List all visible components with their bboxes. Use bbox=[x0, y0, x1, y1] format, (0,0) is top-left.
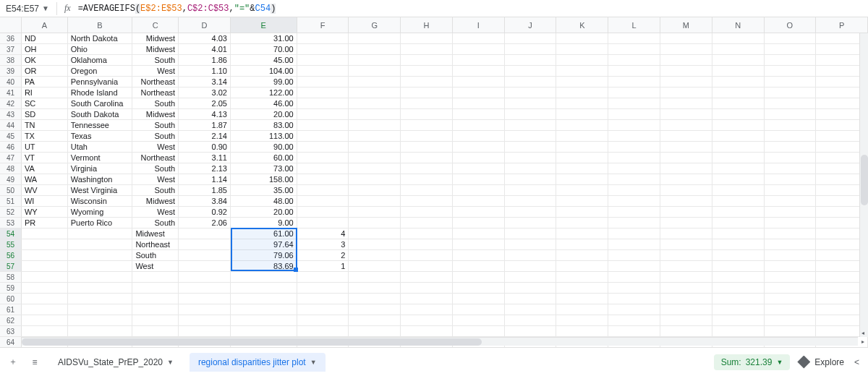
row-header-55[interactable]: 55 bbox=[0, 239, 22, 249]
cell-H55[interactable] bbox=[401, 239, 453, 249]
cell-D53[interactable]: 2.06 bbox=[179, 218, 231, 228]
row-header-37[interactable]: 37 bbox=[0, 44, 22, 54]
cell-K49[interactable] bbox=[556, 174, 608, 184]
cell-L59[interactable] bbox=[608, 283, 660, 293]
cell-C48[interactable]: South bbox=[132, 163, 179, 174]
cell-I46[interactable] bbox=[453, 142, 505, 152]
cell-D37[interactable]: 4.01 bbox=[179, 44, 231, 54]
cell-N40[interactable] bbox=[712, 77, 765, 87]
cell-C43[interactable]: Midwest bbox=[132, 109, 179, 119]
cell-K48[interactable] bbox=[556, 163, 608, 174]
row-header-59[interactable]: 59 bbox=[0, 283, 22, 293]
row-header-54[interactable]: 54 bbox=[0, 228, 22, 239]
cell-E55[interactable]: 97.64 bbox=[231, 239, 297, 249]
row-header-64[interactable]: 64 bbox=[0, 337, 22, 347]
cell-E57[interactable]: 83.69 bbox=[231, 261, 297, 271]
cell-L49[interactable] bbox=[608, 174, 660, 184]
cell-O42[interactable] bbox=[765, 98, 817, 108]
cell-B63[interactable] bbox=[68, 326, 133, 336]
cell-C37[interactable]: Midwest bbox=[132, 44, 179, 54]
cell-H61[interactable] bbox=[401, 304, 453, 315]
cell-H58[interactable] bbox=[401, 272, 453, 282]
cell-J56[interactable] bbox=[505, 250, 557, 260]
cell-C41[interactable]: Northeast bbox=[132, 87, 179, 98]
cell-I41[interactable] bbox=[453, 87, 505, 98]
cell-I51[interactable] bbox=[453, 196, 505, 206]
cell-K63[interactable] bbox=[556, 326, 608, 336]
cell-I60[interactable] bbox=[453, 294, 505, 304]
cell-C57[interactable]: West bbox=[132, 261, 179, 271]
cell-F37[interactable] bbox=[297, 44, 349, 54]
cell-D44[interactable]: 1.87 bbox=[179, 120, 231, 130]
cell-B39[interactable]: Oregon bbox=[68, 66, 133, 76]
cell-E47[interactable]: 60.00 bbox=[231, 153, 297, 163]
cell-N59[interactable] bbox=[712, 283, 765, 293]
cell-B40[interactable]: Pennsylvania bbox=[68, 77, 133, 87]
cell-F62[interactable] bbox=[297, 315, 349, 325]
cell-J53[interactable] bbox=[505, 218, 557, 228]
row-header-58[interactable]: 58 bbox=[0, 272, 22, 282]
col-header-E[interactable]: E bbox=[231, 17, 297, 33]
cell-D39[interactable]: 1.10 bbox=[179, 66, 231, 76]
cell-J62[interactable] bbox=[505, 315, 557, 325]
cell-I40[interactable] bbox=[453, 77, 505, 87]
cell-G58[interactable] bbox=[349, 272, 401, 282]
cell-M61[interactable] bbox=[660, 304, 712, 315]
cell-I61[interactable] bbox=[453, 304, 505, 315]
cell-I47[interactable] bbox=[453, 153, 505, 163]
cell-M62[interactable] bbox=[660, 315, 712, 325]
cell-C44[interactable]: South bbox=[132, 120, 179, 130]
cell-A63[interactable] bbox=[22, 326, 68, 336]
cell-F51[interactable] bbox=[297, 196, 349, 206]
cell-C36[interactable]: Midwest bbox=[132, 33, 179, 43]
cell-D62[interactable] bbox=[179, 315, 231, 325]
cell-A45[interactable]: TX bbox=[22, 131, 68, 141]
cell-J49[interactable] bbox=[505, 174, 557, 184]
cell-N56[interactable] bbox=[712, 250, 765, 260]
cell-G54[interactable] bbox=[349, 228, 401, 239]
cell-K36[interactable] bbox=[556, 33, 608, 43]
cell-M36[interactable] bbox=[660, 33, 712, 43]
cell-O44[interactable] bbox=[765, 120, 817, 130]
row-header-38[interactable]: 38 bbox=[0, 55, 22, 65]
cell-D60[interactable] bbox=[179, 294, 231, 304]
cell-M60[interactable] bbox=[660, 294, 712, 304]
cell-L55[interactable] bbox=[608, 239, 660, 249]
cell-M46[interactable] bbox=[660, 142, 712, 152]
cell-J38[interactable] bbox=[505, 55, 557, 65]
cell-D54[interactable] bbox=[179, 228, 231, 239]
row-header-50[interactable]: 50 bbox=[0, 185, 22, 195]
cell-O40[interactable] bbox=[765, 77, 817, 87]
cell-B50[interactable]: West Virginia bbox=[68, 185, 133, 195]
cell-K46[interactable] bbox=[556, 142, 608, 152]
cell-B54[interactable] bbox=[68, 228, 133, 239]
sheet-tab-2[interactable]: regional disparities jitter plot ▼ bbox=[190, 353, 326, 372]
cell-F38[interactable] bbox=[297, 55, 349, 65]
cell-H60[interactable] bbox=[401, 294, 453, 304]
cell-L45[interactable] bbox=[608, 131, 660, 141]
col-header-K[interactable]: K bbox=[556, 17, 608, 33]
cell-N60[interactable] bbox=[712, 294, 765, 304]
all-sheets-button[interactable]: ≡ bbox=[27, 355, 42, 369]
cell-C51[interactable]: Midwest bbox=[132, 196, 179, 206]
cell-L42[interactable] bbox=[608, 98, 660, 108]
cell-E58[interactable] bbox=[231, 272, 297, 282]
cell-C47[interactable]: Northeast bbox=[132, 153, 179, 163]
cell-A37[interactable]: OH bbox=[22, 44, 68, 54]
cell-E60[interactable] bbox=[231, 294, 297, 304]
cell-B55[interactable] bbox=[68, 239, 133, 249]
cell-J40[interactable] bbox=[505, 77, 557, 87]
cell-G48[interactable] bbox=[349, 163, 401, 174]
cell-J55[interactable] bbox=[505, 239, 557, 249]
cell-H56[interactable] bbox=[401, 250, 453, 260]
cell-K57[interactable] bbox=[556, 261, 608, 271]
cell-L48[interactable] bbox=[608, 163, 660, 174]
arrow-right-icon[interactable]: ▸ bbox=[861, 338, 864, 345]
cell-I50[interactable] bbox=[453, 185, 505, 195]
row-header-53[interactable]: 53 bbox=[0, 218, 22, 228]
cell-G38[interactable] bbox=[349, 55, 401, 65]
cell-K44[interactable] bbox=[556, 120, 608, 130]
cell-H63[interactable] bbox=[401, 326, 453, 336]
cell-B37[interactable]: Ohio bbox=[68, 44, 133, 54]
col-header-J[interactable]: J bbox=[505, 17, 557, 33]
